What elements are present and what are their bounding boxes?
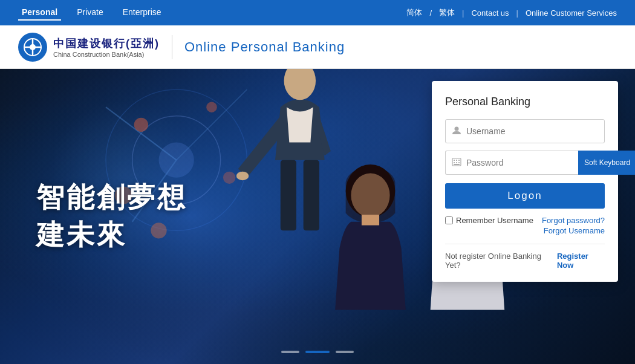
nav-enterprise[interactable]: Enterprise — [119, 5, 165, 21]
password-row: Soft Keyboard — [445, 151, 605, 175]
logo-area: 中国建设银行(亞洲) China Construction Bank(Asia) — [18, 33, 160, 62]
svg-rect-50 — [456, 162, 457, 163]
nav-divider-2: | — [516, 8, 518, 18]
svg-rect-47 — [456, 160, 457, 161]
bank-logo-icon — [18, 33, 47, 62]
page-title: Online Personal Banking — [184, 39, 345, 55]
register-now-link[interactable]: Register Now — [557, 252, 605, 270]
remember-username-text: Remember Username — [456, 216, 533, 225]
soft-keyboard-button[interactable]: Soft Keyboard — [578, 151, 635, 175]
svg-rect-52 — [454, 164, 460, 165]
keyboard-icon — [452, 158, 461, 168]
bank-name-cn: 中国建设银行(亞洲) — [53, 36, 160, 51]
remember-forgot-row: Remember Username Forgot password? Forgo… — [445, 216, 605, 235]
top-nav-left: Personal Private Enterprise — [18, 5, 165, 21]
remember-username-label[interactable]: Remember Username — [445, 216, 533, 225]
hero-line1: 智能創夢想 — [36, 179, 187, 216]
login-card-title: Personal Banking — [445, 96, 605, 108]
hero-line2: 建未來 — [36, 216, 187, 254]
slider-dot-3[interactable] — [336, 351, 354, 353]
slider-dot-2[interactable] — [305, 351, 330, 353]
password-input-wrapper — [445, 151, 578, 175]
slider-dots — [281, 351, 354, 353]
username-group — [445, 119, 605, 143]
hero-text: 智能創夢想 建未來 — [36, 179, 187, 254]
page-header: 中国建设银行(亞洲) China Construction Bank(Asia)… — [0, 25, 635, 69]
nav-divider-1: | — [462, 8, 464, 18]
bank-name-en: China Construction Bank(Asia) — [53, 51, 160, 58]
lang-simplified[interactable]: 简体 — [406, 7, 422, 18]
not-registered-text: Not register Online Banking Yet? — [445, 252, 553, 270]
nav-personal[interactable]: Personal — [18, 5, 61, 21]
remember-username-checkbox[interactable] — [445, 216, 453, 224]
lang-traditional[interactable]: 繁体 — [439, 7, 455, 18]
forgot-username-link[interactable]: Forgot Username — [544, 226, 605, 235]
login-card: Personal Banking — [432, 81, 618, 282]
logo-text: 中国建设银行(亞洲) China Construction Bank(Asia) — [53, 36, 160, 58]
nav-private[interactable]: Private — [73, 5, 107, 21]
svg-point-44 — [455, 126, 459, 131]
forgot-password-link[interactable]: Forgot password? — [542, 216, 605, 225]
svg-rect-49 — [454, 162, 455, 163]
forgot-links: Forgot password? Forgot Username — [542, 216, 605, 235]
top-navigation: Personal Private Enterprise 简体 / 繁体 | Co… — [0, 0, 635, 25]
lang-divider: / — [429, 8, 432, 18]
svg-rect-48 — [458, 160, 460, 161]
password-input[interactable] — [466, 158, 572, 167]
svg-point-1 — [30, 44, 36, 50]
svg-rect-51 — [458, 162, 460, 163]
top-nav-right: 简体 / 繁体 | Contact us | Online Customer S… — [406, 7, 617, 18]
customer-service-link[interactable]: Online Customer Services — [526, 8, 617, 18]
svg-rect-46 — [454, 160, 455, 161]
header-divider — [172, 35, 172, 59]
user-icon — [452, 126, 461, 137]
username-input-wrapper — [445, 119, 605, 143]
logon-button[interactable]: Logon — [445, 183, 605, 209]
main-content: 智能創夢想 建未來 Personal Banking — [0, 69, 635, 364]
slider-dot-1[interactable] — [281, 351, 299, 353]
register-row: Not register Online Banking Yet? Registe… — [445, 244, 605, 270]
username-input[interactable] — [466, 126, 598, 136]
contact-us-link[interactable]: Contact us — [471, 8, 509, 18]
